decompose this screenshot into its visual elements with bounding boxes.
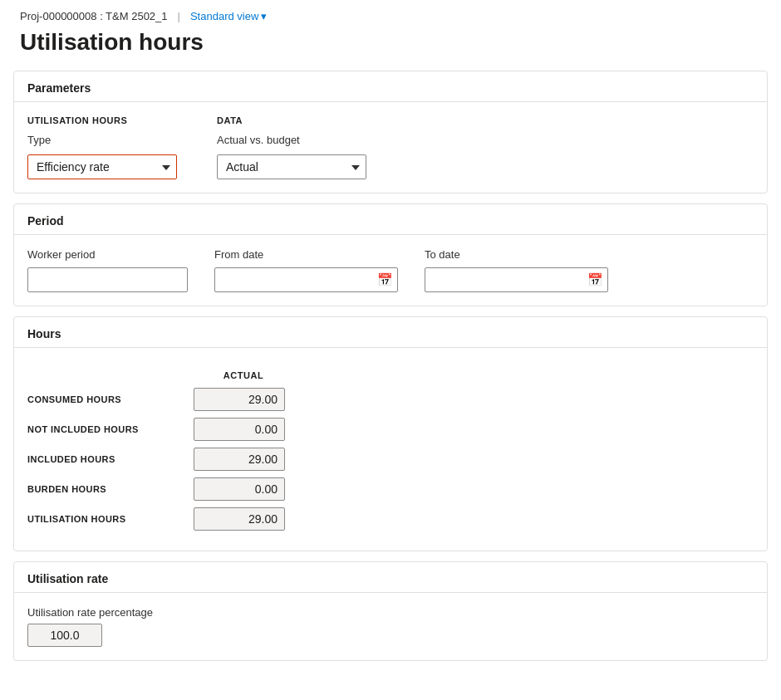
worker-period-label: Worker period xyxy=(27,248,188,261)
table-row: INCLUDED HOURS xyxy=(27,448,754,471)
from-date-label: From date xyxy=(214,248,398,261)
utilisation-rate-percentage-label: Utilisation rate percentage xyxy=(27,606,754,619)
utilisation-hours-group: UTILISATION HOURS Type Efficiency rate B… xyxy=(27,115,177,179)
from-date-field: From date 📅 xyxy=(214,248,398,292)
parameters-section: Parameters UTILISATION HOURS Type Effici… xyxy=(13,71,768,193)
utilisation-rate-section: Utilisation rate Utilisation rate percen… xyxy=(13,561,768,661)
breadcrumb-project: Proj-000000008 : T&M 2502_1 xyxy=(20,10,168,22)
utilisation-hours-group-title: UTILISATION HOURS xyxy=(27,115,177,125)
breadcrumb-bar: Proj-000000008 : T&M 2502_1 | Standard v… xyxy=(0,0,781,26)
from-date-wrapper: 📅 xyxy=(214,267,398,292)
parameters-body: UTILISATION HOURS Type Efficiency rate B… xyxy=(14,102,767,193)
not-included-hours-input[interactable] xyxy=(194,418,285,441)
to-date-field: To date 📅 xyxy=(425,248,608,292)
consumed-hours-input[interactable] xyxy=(194,388,285,411)
view-selector[interactable]: Standard view ▾ xyxy=(190,10,267,22)
hours-actual-col-header: ACTUAL xyxy=(194,368,293,381)
utilisation-rate-body: Utilisation rate percentage xyxy=(14,593,767,660)
view-label: Standard view xyxy=(190,10,258,22)
table-row: BURDEN HOURS xyxy=(27,477,754,501)
worker-period-field: Worker period xyxy=(27,248,188,292)
avb-select[interactable]: Actual Budget xyxy=(217,154,366,179)
view-chevron-icon: ▾ xyxy=(261,10,267,22)
hours-body: ACTUAL CONSUMED HOURS NOT INCLUDED HOURS… xyxy=(14,348,767,551)
type-field-label: Type xyxy=(27,134,177,146)
hours-label-spacer xyxy=(27,368,194,381)
worker-period-input[interactable] xyxy=(27,267,188,292)
table-row: CONSUMED HOURS xyxy=(27,388,754,411)
avb-field-label: Actual vs. budget xyxy=(217,134,366,146)
included-hours-input[interactable] xyxy=(194,448,285,471)
burden-hours-label: BURDEN HOURS xyxy=(27,484,194,494)
period-header: Period xyxy=(14,204,767,235)
hours-col-header-row: ACTUAL xyxy=(27,368,754,381)
table-row: UTILISATION HOURS xyxy=(27,507,754,531)
not-included-hours-label: NOT INCLUDED HOURS xyxy=(27,424,194,434)
parameters-grid: UTILISATION HOURS Type Efficiency rate B… xyxy=(27,115,754,179)
utilisation-rate-percentage-input[interactable] xyxy=(27,624,102,647)
utilisation-rate-header: Utilisation rate xyxy=(14,562,767,593)
hours-table: ACTUAL CONSUMED HOURS NOT INCLUDED HOURS… xyxy=(27,368,754,531)
period-grid: Worker period From date 📅 To date 📅 xyxy=(27,248,754,292)
type-select-wrapper: Efficiency rate Budget rate Actual rate xyxy=(27,154,177,179)
from-date-input[interactable] xyxy=(214,267,398,292)
avb-select-wrapper: Actual Budget xyxy=(217,154,366,179)
utilisation-hours-label: UTILISATION HOURS xyxy=(27,514,194,524)
type-select[interactable]: Efficiency rate Budget rate Actual rate xyxy=(27,154,177,179)
to-date-label: To date xyxy=(425,248,608,261)
data-group-title: DATA xyxy=(217,115,366,125)
utilisation-hours-input[interactable] xyxy=(194,507,285,531)
page-title: Utilisation hours xyxy=(0,26,781,71)
hours-header: Hours xyxy=(14,317,767,348)
table-row: NOT INCLUDED HOURS xyxy=(27,418,754,441)
parameters-header: Parameters xyxy=(14,71,767,102)
data-group: DATA Actual vs. budget Actual Budget xyxy=(217,115,366,179)
included-hours-label: INCLUDED HOURS xyxy=(27,454,194,464)
period-body: Worker period From date 📅 To date 📅 xyxy=(14,235,767,306)
to-date-wrapper: 📅 xyxy=(425,267,608,292)
period-section: Period Worker period From date 📅 To date xyxy=(13,203,768,306)
burden-hours-input[interactable] xyxy=(194,477,285,501)
page-container: Proj-000000008 : T&M 2502_1 | Standard v… xyxy=(0,0,781,700)
hours-section: Hours ACTUAL CONSUMED HOURS NOT INCLUDED… xyxy=(13,316,768,551)
breadcrumb-separator: | xyxy=(178,10,180,22)
consumed-hours-label: CONSUMED HOURS xyxy=(27,394,194,404)
to-date-input[interactable] xyxy=(425,267,608,292)
